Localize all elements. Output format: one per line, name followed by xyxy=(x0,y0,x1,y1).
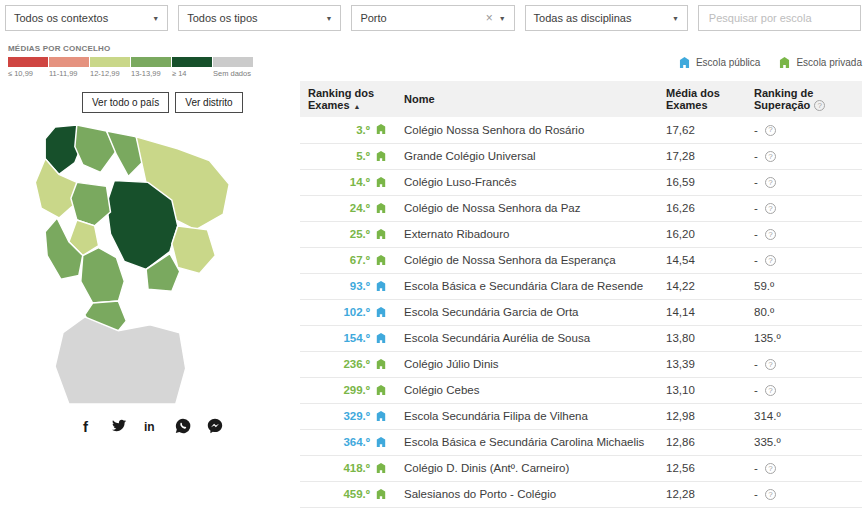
map-region[interactable] xyxy=(172,226,216,273)
ranking-panel: Escola pública Escola privada Ranking do… xyxy=(300,56,862,508)
exam-average: 14,22 xyxy=(658,273,746,299)
map-region-no-data[interactable] xyxy=(55,317,186,404)
subject-filter-value: Todas as disciplinas xyxy=(534,12,632,24)
filter-bar: Todos os contextos ▼ Todos os tipos ▼ Po… xyxy=(5,5,861,31)
table-row[interactable]: 5.º Grande Colégio Universal 17,28 - xyxy=(300,143,862,169)
table-row[interactable]: 25.º Externato Ribadouro 16,20 - xyxy=(300,221,862,247)
superacao-rank-value: 59.º xyxy=(754,280,774,292)
table-row[interactable]: 3.º Colégio Nossa Senhora do Rosário 17,… xyxy=(300,117,862,143)
header-media-exames[interactable]: Média dos Exames xyxy=(658,81,746,117)
school-building-icon xyxy=(375,436,388,449)
superacao-rank-value: 80.º xyxy=(754,306,774,318)
exam-rank-cell: 5.º xyxy=(308,150,388,163)
exam-average: 14,14 xyxy=(658,299,746,325)
public-school-icon xyxy=(678,56,691,69)
school-building-icon xyxy=(375,150,388,163)
legend-label: 13-13,99 xyxy=(131,69,171,78)
info-icon[interactable] xyxy=(765,359,776,370)
choropleth-map[interactable] xyxy=(30,123,280,405)
porto-district-map[interactable] xyxy=(30,123,280,405)
legend-swatch xyxy=(172,57,212,67)
subject-filter-select[interactable]: Todas as disciplinas ▼ xyxy=(525,5,688,31)
info-icon[interactable] xyxy=(765,229,776,240)
table-row[interactable]: 364.º Escola Básica e Secundária Carolin… xyxy=(300,429,862,455)
header-ranking-exames[interactable]: Ranking dos Exames▲ xyxy=(300,81,396,117)
school-name: Escola Básica e Secundária Clara de Rese… xyxy=(396,273,658,299)
exam-rank-cell: 364.º xyxy=(308,436,388,449)
school-name: Colégio D. Dinis (Antº. Carneiro) xyxy=(396,455,658,481)
exam-rank-value: 418.º xyxy=(343,462,370,474)
district-filter-select[interactable]: Porto × ▼ xyxy=(351,5,514,31)
exam-rank-cell: 418.º xyxy=(308,462,388,475)
whatsapp-icon[interactable] xyxy=(172,415,194,437)
exam-rank-value: 24.º xyxy=(350,202,370,214)
table-row[interactable]: 459.º Salesianos do Porto - Colégio 12,2… xyxy=(300,481,862,507)
school-building-icon xyxy=(375,202,388,215)
legend-label: Sem dados xyxy=(213,69,253,78)
superacao-rank-value: - xyxy=(754,488,758,500)
superacao-rank-value: 335.º xyxy=(754,436,781,448)
table-row[interactable]: 329.º Escola Secundária Filipa de Vilhen… xyxy=(300,403,862,429)
school-building-icon xyxy=(375,358,388,371)
table-row[interactable]: 418.º Colégio D. Dinis (Antº. Carneiro) … xyxy=(300,455,862,481)
table-body: 3.º Colégio Nossa Senhora do Rosário 17,… xyxy=(300,117,862,507)
table-row[interactable]: 93.º Escola Básica e Secundária Clara de… xyxy=(300,273,862,299)
table-row[interactable]: 14.º Colégio Luso-Francês 16,59 - xyxy=(300,169,862,195)
table-row[interactable]: 102.º Escola Secundária Garcia de Orta 1… xyxy=(300,299,862,325)
info-icon[interactable] xyxy=(814,100,825,111)
chevron-down-icon: ▼ xyxy=(325,15,332,22)
table-row[interactable]: 154.º Escola Secundária Aurélia de Sousa… xyxy=(300,325,862,351)
exam-rank-cell: 102.º xyxy=(308,306,388,319)
legend-swatch xyxy=(90,57,130,67)
messenger-icon[interactable] xyxy=(204,415,226,437)
table-row[interactable]: 24.º Colégio de Nossa Senhora da Paz 16,… xyxy=(300,195,862,221)
legend-item: 11-11,99 xyxy=(49,57,89,78)
table-row[interactable]: 67.º Colégio de Nossa Senhora da Esperan… xyxy=(300,247,862,273)
info-icon[interactable] xyxy=(765,255,776,266)
info-icon[interactable] xyxy=(765,125,776,136)
exam-rank-value: 329.º xyxy=(343,410,370,422)
exam-average: 12,86 xyxy=(658,429,746,455)
header-nome[interactable]: Nome xyxy=(396,81,658,117)
table-row[interactable]: 236.º Colégio Júlio Dinis 13,39 - xyxy=(300,351,862,377)
info-icon[interactable] xyxy=(765,489,776,500)
school-building-icon xyxy=(375,280,388,293)
view-country-button[interactable]: Ver todo o país xyxy=(82,92,169,113)
view-district-button[interactable]: Ver distrito xyxy=(175,92,242,113)
legend-label: ≤ 10,99 xyxy=(8,69,48,78)
superacao-rank-value: - xyxy=(754,462,758,474)
exam-average: 16,20 xyxy=(658,221,746,247)
context-filter-select[interactable]: Todos os contextos ▼ xyxy=(5,5,168,31)
exam-average: 13,80 xyxy=(658,325,746,351)
legend-label: ≥ 14 xyxy=(172,69,212,78)
type-filter-select[interactable]: Todos os tipos ▼ xyxy=(178,5,341,31)
info-icon[interactable] xyxy=(765,177,776,188)
clear-selection-icon[interactable]: × xyxy=(486,11,493,25)
exam-rank-cell: 93.º xyxy=(308,280,388,293)
school-name: Colégio Luso-Francês xyxy=(396,169,658,195)
info-icon[interactable] xyxy=(765,203,776,214)
exam-rank-cell: 24.º xyxy=(308,202,388,215)
school-search-input[interactable] xyxy=(707,11,852,25)
legend-swatch xyxy=(213,57,253,67)
legend-item: Sem dados xyxy=(213,57,253,78)
linkedin-icon[interactable]: in xyxy=(140,415,162,437)
chevron-down-icon: ▼ xyxy=(152,15,159,22)
school-name: Salesianos do Porto - Colégio xyxy=(396,481,658,507)
private-school-icon xyxy=(778,56,791,69)
info-icon[interactable] xyxy=(765,385,776,396)
superacao-rank-value: - xyxy=(754,124,758,136)
school-search-box xyxy=(698,5,861,31)
header-ranking-superacao[interactable]: Ranking de Superação xyxy=(746,81,862,117)
facebook-icon[interactable]: f xyxy=(76,415,98,437)
twitter-icon[interactable] xyxy=(108,415,130,437)
exam-rank-value: 364.º xyxy=(343,436,370,448)
school-type-legend: Escola pública Escola privada xyxy=(300,56,862,69)
table-row[interactable]: 299.º Colégio Cebes 13,10 - xyxy=(300,377,862,403)
info-icon[interactable] xyxy=(765,151,776,162)
superacao-rank-value: - xyxy=(754,176,758,188)
chevron-down-icon: ▼ xyxy=(499,15,506,22)
superacao-rank-value: - xyxy=(754,254,758,266)
info-icon[interactable] xyxy=(765,463,776,474)
map-region[interactable] xyxy=(81,248,125,303)
